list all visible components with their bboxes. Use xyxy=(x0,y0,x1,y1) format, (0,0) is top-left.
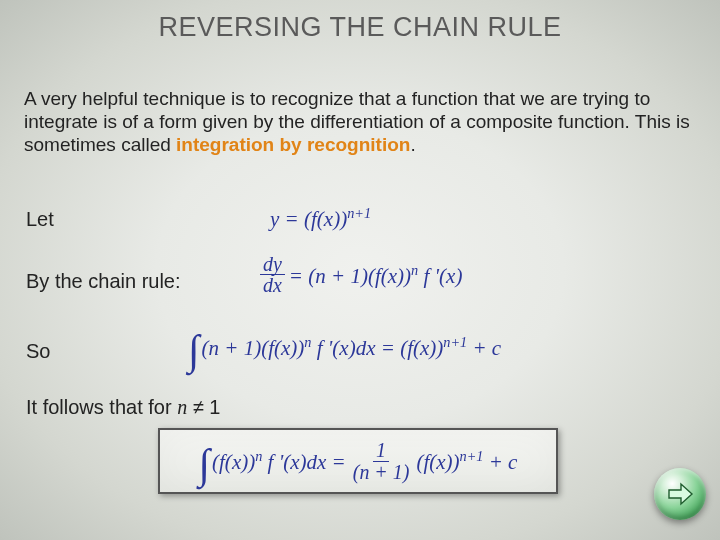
equation-box: ∫ (f(x))n f '(x)dx = 1 (n + 1) (f(x))n+1… xyxy=(158,428,558,494)
eq2-e: )) xyxy=(397,264,411,288)
label-follows: It follows that for n ≠ 1 xyxy=(26,396,220,419)
eq3-g: x xyxy=(339,336,348,360)
follows-n: n xyxy=(177,396,187,418)
intro-highlight: integration by recognition xyxy=(176,134,410,155)
eq4-f: ) xyxy=(300,450,307,474)
eq4-h: = xyxy=(326,450,345,474)
eq3-d: x xyxy=(281,336,290,360)
slide: REVERSING THE CHAIN RULE A very helpful … xyxy=(0,0,720,540)
eq2-den: dx xyxy=(260,275,285,295)
eq2-b: n xyxy=(315,264,326,288)
equation-chainrule: dy dx = (n + 1)(f(x))n f '(x) xyxy=(256,254,462,296)
eq1-left: y = (f( xyxy=(270,207,324,231)
eq3-e: )) xyxy=(290,336,304,360)
label-by: By the chain rule: xyxy=(26,270,181,293)
next-button[interactable] xyxy=(654,468,706,520)
eq3-a: ( xyxy=(202,336,209,360)
eq4-g: dx xyxy=(307,450,327,474)
eq4-exp2: n+1 xyxy=(460,448,484,464)
eq4-frac-num: 1 xyxy=(373,440,389,461)
eq1-right: )) xyxy=(333,207,347,231)
eq3-m: + c xyxy=(467,336,501,360)
eq4-d: f '( xyxy=(262,450,290,474)
eq3-h: ) xyxy=(349,336,356,360)
intro-post: . xyxy=(410,134,415,155)
integral-icon: ∫ xyxy=(199,443,211,485)
equation-let: y = (f(x))n+1 xyxy=(270,206,371,230)
eq4-frac-den: (n + 1) xyxy=(350,462,413,482)
eq4-frac: 1 (n + 1) xyxy=(350,440,413,482)
eq3-c: + 1)(f( xyxy=(219,336,281,360)
eq4-c: )) xyxy=(241,450,255,474)
equation-result: ∫ (f(x))n f '(x)dx = 1 (n + 1) (f(x))n+1… xyxy=(199,440,518,482)
eq4-a: (f( xyxy=(212,450,232,474)
eq2-f: f '( xyxy=(418,264,446,288)
eq3-k: x xyxy=(420,336,429,360)
eq3-f: f '( xyxy=(311,336,339,360)
eq2-num: dy xyxy=(260,254,285,275)
intro-paragraph: A very helpful technique is to recognize… xyxy=(24,88,696,156)
equation-so: ∫ (n + 1)(f(x))n f '(x)dx = (f(x))n+1 + … xyxy=(188,326,501,368)
follows-pre: It follows that for xyxy=(26,396,177,418)
eq4-k: )) xyxy=(446,450,460,474)
label-let: Let xyxy=(26,208,54,231)
eq3-j: = (f( xyxy=(375,336,420,360)
eq3-l: )) xyxy=(429,336,443,360)
arrow-right-icon xyxy=(665,479,695,509)
eq3-b: n xyxy=(209,336,220,360)
eq3-exp2: n+1 xyxy=(443,334,467,350)
eq2-g: x xyxy=(446,264,455,288)
eq4-i: (f( xyxy=(416,450,436,474)
eq2-c: + 1)(f( xyxy=(326,264,388,288)
eq2-d: x xyxy=(388,264,397,288)
eq1-exp: n+1 xyxy=(347,205,371,221)
eq2-h: ) xyxy=(455,264,462,288)
slide-title: REVERSING THE CHAIN RULE xyxy=(0,12,720,43)
eq3-i: dx xyxy=(356,336,376,360)
eq4-l: + c xyxy=(483,450,517,474)
eq2-frac: dy dx xyxy=(260,254,285,296)
eq4-b: x xyxy=(232,450,241,474)
eq4-e: x xyxy=(290,450,299,474)
eq2-a: = ( xyxy=(289,264,315,288)
eq4-j: x xyxy=(436,450,445,474)
label-so: So xyxy=(26,340,50,363)
eq1-mid: x xyxy=(324,207,333,231)
follows-post: ≠ 1 xyxy=(187,396,220,418)
integral-icon: ∫ xyxy=(188,329,200,371)
